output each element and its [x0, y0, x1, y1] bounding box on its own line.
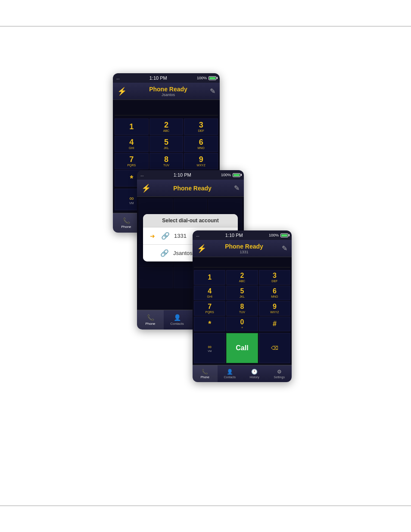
s3-key-6[interactable]: 6MNO — [259, 286, 290, 300]
screen1-title-text: Phone Ready — [149, 86, 187, 93]
screen2-navbar: ⚡ Phone Ready ✎ — [137, 180, 244, 197]
s3-settings-tab-label: Settings — [274, 376, 285, 379]
s3-key-star[interactable]: * — [194, 317, 225, 331]
key-7[interactable]: 7PQRS — [115, 153, 149, 169]
screen2-time: 1:10 PM — [174, 172, 191, 177]
screen3-navbar: ⚡ Phone Ready 1331 ✎ — [193, 240, 292, 257]
s3-key-4[interactable]: 4GHI — [194, 286, 225, 300]
account-label-jsantos: Jsantos — [173, 250, 193, 256]
tab-phone[interactable]: 📞 Phone — [113, 213, 140, 233]
key-9[interactable]: 9WXYZ — [184, 153, 218, 169]
screen2-battery-icon — [233, 173, 240, 177]
screen1-signal: ... — [116, 76, 120, 80]
s3-contacts-tab-icon: 👤 — [227, 369, 233, 375]
screen1-navbar-title: Phone Ready Jsantos — [149, 86, 187, 97]
screen2-navbar-title: Phone Ready — [173, 185, 212, 192]
screen2-title-text: Phone Ready — [173, 185, 212, 192]
key-1[interactable]: 1 — [115, 118, 149, 135]
s3-key-2[interactable]: 2ABC — [226, 270, 258, 285]
s3-key-0[interactable]: 0+ — [226, 317, 258, 331]
screen1-battery: 100% — [197, 76, 216, 80]
vm-label: VM — [129, 202, 134, 205]
screen3-battery: 100% — [269, 233, 288, 237]
screen2-signal: ... — [140, 173, 144, 177]
screen2-contacts-tab-label: Contacts — [170, 322, 184, 326]
voicemail-icon: ∞ — [129, 195, 134, 202]
s3-settings-tab-icon: ⚙ — [277, 369, 282, 375]
screen1-navbar: ⚡ Phone Ready Jsantos ✎ — [113, 83, 220, 100]
screen3-statusbar: ... 1:10 PM 100% — [193, 230, 292, 240]
screen3-subtitle-text: 1331 — [225, 250, 263, 254]
s3-tab-history[interactable]: 🕐 History — [242, 365, 267, 382]
s3-backspace-icon: ⌫ — [271, 345, 278, 351]
screen1-edit-icon[interactable]: ✎ — [210, 87, 215, 95]
s3-key-8[interactable]: 8TUV — [226, 301, 258, 316]
s3-history-tab-label: History — [250, 376, 259, 379]
battery-icon — [209, 76, 216, 80]
s3-contacts-tab-label: Contacts — [224, 376, 236, 379]
screen3-signal: ... — [196, 233, 199, 237]
s3-history-tab-icon: 🕐 — [251, 369, 258, 375]
screen3-logo-icon: ⚡ — [197, 244, 206, 253]
screen3-title-text: Phone Ready — [225, 243, 263, 250]
s3-vm-label: VM — [208, 350, 212, 352]
screen2-logo-icon: ⚡ — [141, 184, 151, 193]
phone-tab-icon: 📞 — [123, 217, 130, 224]
screen2-contacts-tab-icon: 👤 — [174, 314, 181, 321]
screen2-tab-contacts[interactable]: 👤 Contacts — [164, 310, 190, 330]
key-8[interactable]: 8TUV — [149, 153, 184, 169]
account-icon-1331: 🔗 — [161, 232, 170, 240]
screen3-keypad: 1 2ABC 3DEF 4GHI 5JKL 6MNO 7PQRS 8TUV 9W… — [194, 270, 290, 331]
key-4[interactable]: 4GHI — [115, 136, 149, 152]
s3-phone-tab-label: Phone — [201, 376, 209, 379]
screen1-logo-icon: ⚡ — [117, 87, 127, 96]
screen1-subtitle-text: Jsantos — [149, 93, 187, 97]
key-6[interactable]: 6MNO — [184, 136, 218, 152]
s3-call-label: Call — [236, 344, 248, 352]
dialog-title: Select dial-out account — [143, 214, 238, 227]
screen2-edit-icon[interactable]: ✎ — [234, 184, 240, 192]
bottom-border — [0, 505, 411, 506]
screen1-time: 1:10 PM — [149, 75, 167, 81]
s3-phone-tab-icon: 📞 — [202, 369, 208, 375]
s3-key-9[interactable]: 9WXYZ — [259, 301, 290, 316]
top-border — [0, 26, 411, 27]
key-5[interactable]: 5JKL — [149, 136, 184, 152]
screen3-time: 1:10 PM — [225, 233, 243, 238]
screen3-tabbar: 📞 Phone 👤 Contacts 🕐 History ⚙ Settings — [193, 365, 292, 382]
s3-key-7[interactable]: 7PQRS — [194, 301, 225, 316]
screen3-dialpad: 1 2ABC 3DEF 4GHI 5JKL 6MNO 7PQRS 8TUV 9W… — [193, 257, 292, 365]
screen3-bottom-row: ∞ VM Call ⌫ — [194, 333, 290, 363]
phone-tab-label: Phone — [121, 225, 131, 229]
s3-voicemail-button[interactable]: ∞ VM — [194, 333, 225, 363]
account-label-1331: 1331 — [174, 233, 187, 239]
screen3: ... 1:10 PM 100% ⚡ Phone Ready 1331 ✎ 1 … — [193, 230, 292, 382]
screen3-battery-icon — [280, 233, 288, 237]
key-3[interactable]: 3DEF — [184, 118, 218, 135]
screen3-display — [194, 259, 290, 268]
arrow-icon: ➜ — [150, 233, 155, 240]
screen2-statusbar: ... 1:10 PM 100% — [137, 170, 244, 180]
screen2-phone-tab-icon: 📞 — [147, 314, 154, 321]
s3-tab-settings[interactable]: ⚙ Settings — [267, 365, 292, 382]
s3-backspace-button[interactable]: ⌫ — [259, 333, 290, 363]
screen2-phone-tab-label: Phone — [145, 322, 155, 326]
s3-key-5[interactable]: 5JKL — [226, 286, 258, 300]
screen2-battery: 100% — [221, 173, 240, 177]
s3-key-3[interactable]: 3DEF — [259, 270, 290, 285]
screen2-tab-phone[interactable]: 📞 Phone — [137, 310, 164, 330]
screen3-edit-icon[interactable]: ✎ — [282, 244, 287, 252]
screen3-navbar-title: Phone Ready 1331 — [225, 243, 263, 254]
s3-tab-contacts[interactable]: 👤 Contacts — [218, 365, 243, 382]
s3-voicemail-icon: ∞ — [208, 344, 212, 350]
s3-tab-phone[interactable]: 📞 Phone — [193, 365, 218, 382]
key-2[interactable]: 2ABC — [149, 118, 184, 135]
s3-call-button[interactable]: Call — [226, 333, 258, 363]
screen1-statusbar: ... 1:10 PM 100% — [113, 73, 220, 83]
account-icon-jsantos: 🔗 — [160, 249, 169, 257]
screen1-display — [115, 103, 218, 115]
s3-key-1[interactable]: 1 — [194, 270, 225, 285]
s3-key-hash[interactable]: # — [259, 317, 290, 331]
